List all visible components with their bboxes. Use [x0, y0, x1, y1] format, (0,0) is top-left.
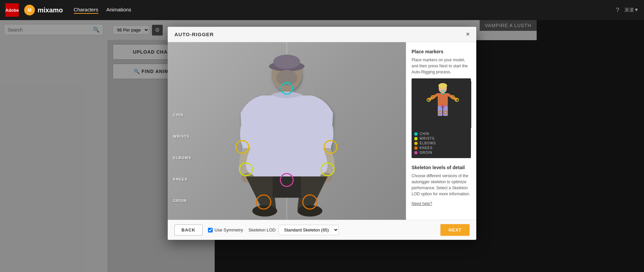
lod-select[interactable]: Standard Skeleton (65) [278, 225, 339, 235]
language-selector[interactable]: 派遣▼ [625, 7, 639, 13]
main-nav: Characters Animations [74, 7, 131, 14]
skeleton-lod-heading: Skeleton levels of detail [412, 165, 471, 170]
svg-point-21 [438, 83, 447, 88]
modal-close-button[interactable]: × [466, 31, 470, 38]
legend-knees: KNEES [414, 146, 468, 150]
groin-label: GROIN [173, 199, 191, 203]
legend-wrists: WRISTS [414, 137, 468, 140]
modal-body: CHIN WRISTS ELBOWS KNEES GROIN Place mar… [168, 42, 476, 220]
back-button[interactable]: BACK [174, 224, 203, 235]
nav-right: ? 派遣▼ [616, 7, 639, 14]
legend-items: CHIN WRISTS ELBOWS [414, 132, 468, 154]
lod-control: Skeleton LOD Standard Skeleton (65) [249, 225, 339, 235]
legend-chin: CHIN [414, 132, 468, 136]
svg-point-10 [298, 205, 322, 217]
skeleton-lod-text: Choose different versions of the autorig… [412, 173, 471, 197]
3d-viewport[interactable]: CHIN WRISTS ELBOWS KNEES GROIN [168, 42, 406, 220]
nav-characters[interactable]: Characters [74, 7, 98, 14]
auto-rigger-modal: AUTO-RIGGER × [168, 27, 476, 240]
chin-label: CHIN [173, 113, 191, 117]
place-markers-text: Place markers on your model, and then pr… [412, 57, 471, 75]
groin-dot [414, 151, 418, 154]
svg-rect-8 [273, 177, 301, 198]
modal-title: AUTO-RIGGER [174, 31, 214, 37]
modal-overlay: AUTO-RIGGER × [0, 20, 644, 272]
knees-label: KNEES [173, 177, 191, 181]
character-container [168, 42, 406, 220]
place-markers-section: Place markers Place markers on your mode… [412, 49, 471, 158]
mixamo-logo: M mixamo [24, 5, 63, 15]
nav-animations[interactable]: Animations [106, 7, 131, 14]
adobe-logo: Adobe [5, 3, 19, 17]
next-button[interactable]: NEXT [440, 224, 470, 236]
marker-labels: CHIN WRISTS ELBOWS KNEES GROIN [173, 113, 191, 203]
need-help-link[interactable]: Need help? [412, 201, 432, 206]
chin-dot [414, 132, 418, 136]
svg-point-9 [252, 205, 277, 217]
modal-footer: BACK Use Symmetry Skeleton LOD Standard … [168, 220, 476, 240]
symmetry-control: Use Symmetry [208, 227, 243, 232]
top-nav: Adobe M mixamo Characters Animations ? 派… [0, 0, 644, 20]
knees-dot [414, 146, 418, 150]
place-markers-heading: Place markers [412, 49, 471, 54]
elbows-label: ELBOWS [173, 156, 191, 160]
svg-rect-22 [438, 93, 448, 106]
skeleton-lod-section: Skeleton levels of detail Choose differe… [412, 165, 471, 206]
symmetry-label: Use Symmetry [215, 227, 243, 232]
symmetry-checkbox[interactable] [208, 228, 213, 232]
mixamo-icon: M [24, 5, 35, 15]
main-layout: 🔍 96 Per page ⚙ VAMPIRE A LUSTH AUTO-RIG… [0, 20, 644, 272]
lod-label: Skeleton LOD [249, 227, 276, 232]
elbows-dot [414, 142, 418, 145]
help-icon[interactable]: ? [616, 7, 619, 14]
wrists-dot [414, 137, 418, 140]
legend-groin: GROIN [414, 151, 468, 154]
legend-image: CHIN WRISTS ELBOWS [412, 78, 471, 158]
legend-elbows: ELBOWS [414, 141, 468, 145]
modal-header: AUTO-RIGGER × [168, 27, 476, 42]
svg-point-3 [273, 55, 301, 69]
wrists-label: WRISTS [173, 134, 191, 138]
right-panel: Place markers Place markers on your mode… [406, 42, 476, 220]
